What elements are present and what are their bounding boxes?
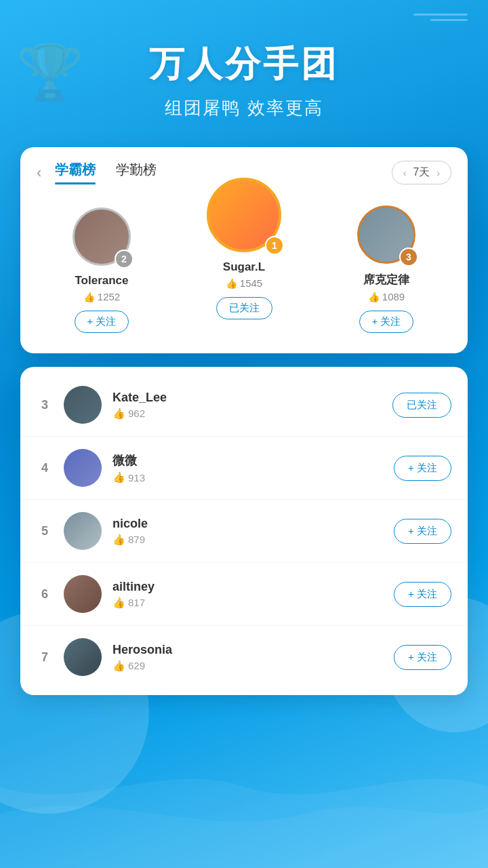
list-info-1: 微微 👍 913	[113, 452, 383, 484]
list-info-3: ailtiney 👍 817	[113, 580, 383, 609]
podium-score-rank1: 👍 1545	[226, 277, 262, 289]
podium-name-rank1: Sugar.L	[223, 260, 265, 274]
avatar-wrapper-rank2: 2	[73, 208, 131, 266]
list-name-4: Herosonia	[113, 643, 383, 657]
list-item-4: 7 Herosonia 👍 629 + 关注	[20, 626, 468, 688]
list-rank-2: 5	[37, 524, 53, 538]
thumb-1: 👍	[113, 471, 125, 484]
list-info-4: Herosonia 👍 629	[113, 643, 383, 672]
bg-wave	[0, 732, 488, 868]
list-score-0: 👍 962	[113, 408, 382, 420]
list-card: 3 Kate_Lee 👍 962 已关注 4 微微 👍 913	[20, 367, 468, 695]
rank-badge-1: 1	[265, 236, 284, 255]
tab-xueqin[interactable]: 学勤榜	[116, 161, 157, 184]
page-subtitle: 组团屠鸭 效率更高	[20, 96, 468, 120]
thumb-0: 👍	[113, 408, 125, 420]
podium-name-rank3: 席克定律	[363, 272, 409, 288]
list-info-0: Kate_Lee 👍 962	[113, 391, 382, 420]
follow-btn-rank3[interactable]: + 关注	[359, 311, 414, 333]
list-avatar-1	[64, 449, 102, 487]
page-title: 万人分手团	[20, 41, 468, 88]
podium-score-rank3: 👍 1089	[368, 291, 405, 302]
podium-name-rank2: Tolerance	[75, 274, 128, 288]
thumb-2: 👍	[113, 534, 125, 546]
thumb-3: 👍	[113, 597, 125, 609]
avatar-wrapper-rank1: 1	[207, 178, 281, 252]
prev-period-icon: ‹	[403, 167, 407, 178]
list-score-3: 👍 817	[113, 597, 383, 609]
list-rank-1: 4	[37, 461, 53, 475]
list-avatar-2	[64, 512, 102, 550]
rank-badge-2: 2	[115, 250, 134, 269]
list-follow-btn-0[interactable]: 已关注	[392, 393, 451, 418]
header: 万人分手团 组团屠鸭 效率更高	[20, 41, 468, 120]
list-rank-0: 3	[37, 398, 53, 412]
thumb-icon-rank1: 👍	[226, 278, 237, 289]
back-button[interactable]: ‹	[37, 164, 41, 182]
list-rank-4: 7	[37, 650, 53, 665]
list-info-2: nicole 👍 879	[113, 517, 383, 546]
period-label: 7天	[413, 165, 430, 180]
podium-score-rank2: 👍 1252	[83, 291, 120, 302]
list-name-3: ailtiney	[113, 580, 383, 594]
list-follow-btn-2[interactable]: + 关注	[394, 519, 451, 544]
list-item-2: 5 nicole 👍 879 + 关注	[20, 500, 468, 563]
top-leaderboard-card: 🏆 ‹ 学霸榜 学勤榜 ‹ 7天 ›	[20, 147, 468, 353]
rank-badge-3: 3	[399, 248, 418, 267]
list-avatar-4	[64, 638, 102, 676]
list-follow-btn-1[interactable]: + 关注	[394, 456, 451, 481]
follow-btn-rank1[interactable]: 已关注	[216, 297, 272, 319]
podium-rank3: 3 席克定律 👍 1089 + 关注	[319, 205, 454, 333]
list-name-2: nicole	[113, 517, 383, 531]
list-name-0: Kate_Lee	[113, 391, 382, 405]
list-avatar-3	[64, 575, 102, 613]
list-name-1: 微微	[113, 452, 383, 469]
list-item-1: 4 微微 👍 913 + 关注	[20, 437, 468, 500]
avatar-wrapper-rank3: 3	[357, 205, 415, 264]
thumb-4: 👍	[113, 660, 125, 672]
podium: 2 Tolerance 👍 1252 + 关注 1 Sugar.L 👍 1	[20, 184, 468, 333]
period-selector[interactable]: ‹ 7天 ›	[392, 161, 451, 184]
list-score-4: 👍 629	[113, 660, 383, 672]
list-item-3: 6 ailtiney 👍 817 + 关注	[20, 563, 468, 626]
podium-rank1: 1 Sugar.L 👍 1545 已关注	[176, 178, 312, 319]
list-score-2: 👍 879	[113, 534, 383, 546]
list-item-0: 3 Kate_Lee 👍 962 已关注	[20, 374, 468, 437]
list-avatar-0	[64, 386, 102, 424]
follow-btn-rank2[interactable]: + 关注	[75, 311, 129, 333]
next-period-icon: ›	[436, 167, 440, 178]
thumb-icon-rank3: 👍	[368, 292, 380, 302]
list-score-1: 👍 913	[113, 471, 383, 484]
podium-rank2: 2 Tolerance 👍 1252 + 关注	[34, 208, 169, 333]
tab-xueba[interactable]: 学霸榜	[55, 161, 96, 184]
list-rank-3: 6	[37, 587, 53, 601]
list-follow-btn-3[interactable]: + 关注	[394, 582, 451, 607]
list-follow-btn-4[interactable]: + 关注	[394, 645, 451, 670]
thumb-icon-rank2: 👍	[83, 292, 95, 302]
